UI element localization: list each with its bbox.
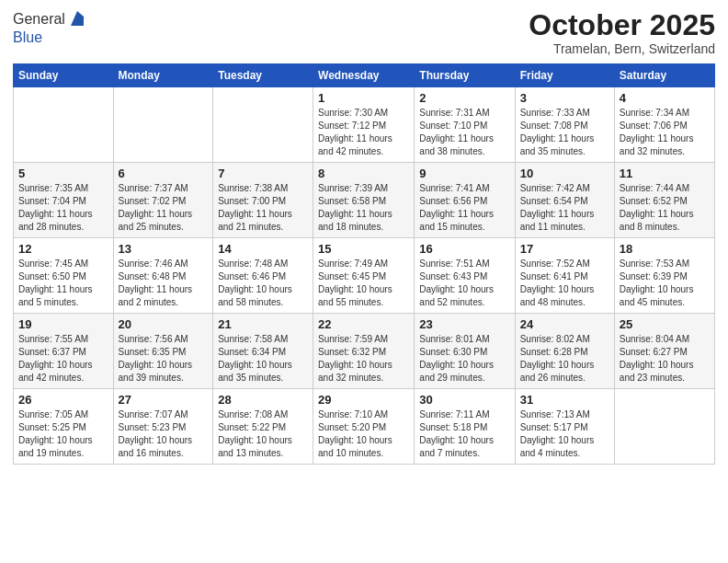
- day-info: Sunrise: 7:53 AMSunset: 6:39 PMDaylight:…: [620, 259, 694, 307]
- day-number: 12: [18, 242, 108, 256]
- calendar-cell: 7 Sunrise: 7:38 AMSunset: 7:00 PMDayligh…: [213, 163, 313, 238]
- logo: General Blue: [13, 9, 87, 46]
- page-container: General Blue October 2025 Tramelan, Bern…: [0, 0, 728, 474]
- day-number: 18: [620, 242, 710, 256]
- day-info: Sunrise: 7:35 AMSunset: 7:04 PMDaylight:…: [18, 183, 93, 232]
- calendar-cell: 13 Sunrise: 7:46 AMSunset: 6:48 PMDaylig…: [113, 238, 213, 314]
- calendar-cell: 27 Sunrise: 7:07 AMSunset: 5:23 PMDaylig…: [113, 389, 213, 465]
- header: General Blue October 2025 Tramelan, Bern…: [13, 9, 715, 56]
- calendar-cell: 14 Sunrise: 7:48 AMSunset: 6:46 PMDaylig…: [213, 238, 313, 314]
- calendar-cell: 8 Sunrise: 7:39 AMSunset: 6:58 PMDayligh…: [313, 163, 415, 238]
- calendar-cell: 12 Sunrise: 7:45 AMSunset: 6:50 PMDaylig…: [14, 238, 114, 314]
- calendar-cell: 5 Sunrise: 7:35 AMSunset: 7:04 PMDayligh…: [14, 163, 114, 238]
- logo-general-text: General: [13, 11, 65, 28]
- calendar-cell: [213, 87, 313, 163]
- day-info: Sunrise: 7:42 AMSunset: 6:54 PMDaylight:…: [520, 183, 595, 232]
- calendar-cell: 28 Sunrise: 7:08 AMSunset: 5:22 PMDaylig…: [213, 389, 313, 465]
- header-saturday: Saturday: [614, 64, 714, 87]
- day-info: Sunrise: 8:02 AMSunset: 6:28 PMDaylight:…: [520, 334, 595, 383]
- day-number: 16: [419, 242, 509, 256]
- day-info: Sunrise: 7:38 AMSunset: 7:00 PMDaylight:…: [218, 183, 292, 232]
- day-info: Sunrise: 7:30 AMSunset: 7:12 PMDaylight:…: [318, 108, 392, 156]
- day-info: Sunrise: 7:07 AMSunset: 5:23 PMDaylight:…: [119, 409, 193, 458]
- day-number: 22: [318, 317, 409, 331]
- day-info: Sunrise: 7:10 AMSunset: 5:20 PMDaylight:…: [318, 409, 392, 458]
- day-number: 8: [318, 167, 409, 180]
- day-info: Sunrise: 7:48 AMSunset: 6:46 PMDaylight:…: [218, 259, 292, 307]
- calendar-cell: 24 Sunrise: 8:02 AMSunset: 6:28 PMDaylig…: [515, 314, 614, 389]
- day-number: 1: [318, 91, 409, 105]
- day-number: 29: [318, 393, 409, 407]
- day-info: Sunrise: 7:59 AMSunset: 6:32 PMDaylight:…: [318, 334, 392, 383]
- calendar-cell: [113, 87, 213, 163]
- day-number: 20: [119, 317, 209, 331]
- calendar-cell: 19 Sunrise: 7:55 AMSunset: 6:37 PMDaylig…: [14, 314, 114, 389]
- day-number: 26: [18, 393, 108, 407]
- day-info: Sunrise: 7:08 AMSunset: 5:22 PMDaylight:…: [218, 409, 292, 458]
- day-number: 17: [520, 242, 609, 256]
- calendar-cell: 15 Sunrise: 7:49 AMSunset: 6:45 PMDaylig…: [313, 238, 415, 314]
- calendar-cell: 16 Sunrise: 7:51 AMSunset: 6:43 PMDaylig…: [415, 238, 515, 314]
- day-number: 11: [620, 167, 710, 180]
- calendar-week-row: 1 Sunrise: 7:30 AMSunset: 7:12 PMDayligh…: [14, 87, 715, 163]
- day-number: 5: [18, 167, 108, 180]
- day-number: 25: [620, 317, 710, 331]
- calendar-cell: 4 Sunrise: 7:34 AMSunset: 7:06 PMDayligh…: [614, 87, 714, 163]
- header-wednesday: Wednesday: [313, 64, 415, 87]
- calendar-cell: 18 Sunrise: 7:53 AMSunset: 6:39 PMDaylig…: [614, 238, 714, 314]
- calendar-cell: 6 Sunrise: 7:37 AMSunset: 7:02 PMDayligh…: [113, 163, 213, 238]
- calendar-cell: 30 Sunrise: 7:11 AMSunset: 5:18 PMDaylig…: [415, 389, 515, 465]
- calendar-cell: 26 Sunrise: 7:05 AMSunset: 5:25 PMDaylig…: [14, 389, 114, 465]
- calendar-cell: 3 Sunrise: 7:33 AMSunset: 7:08 PMDayligh…: [515, 87, 614, 163]
- day-number: 28: [218, 393, 308, 407]
- calendar-cell: 29 Sunrise: 7:10 AMSunset: 5:20 PMDaylig…: [313, 389, 415, 465]
- day-info: Sunrise: 7:51 AMSunset: 6:43 PMDaylight:…: [419, 259, 494, 307]
- day-number: 21: [218, 317, 308, 331]
- day-info: Sunrise: 7:52 AMSunset: 6:41 PMDaylight:…: [520, 259, 595, 307]
- day-number: 7: [218, 167, 308, 180]
- day-number: 4: [620, 91, 710, 105]
- day-number: 9: [419, 167, 509, 180]
- day-info: Sunrise: 8:01 AMSunset: 6:30 PMDaylight:…: [419, 334, 494, 383]
- header-tuesday: Tuesday: [213, 64, 313, 87]
- day-number: 31: [520, 393, 609, 407]
- day-info: Sunrise: 7:34 AMSunset: 7:06 PMDaylight:…: [620, 108, 694, 156]
- calendar-cell: 22 Sunrise: 7:59 AMSunset: 6:32 PMDaylig…: [313, 314, 415, 389]
- calendar-cell: 21 Sunrise: 7:58 AMSunset: 6:34 PMDaylig…: [213, 314, 313, 389]
- header-thursday: Thursday: [415, 64, 515, 87]
- day-info: Sunrise: 7:45 AMSunset: 6:50 PMDaylight:…: [18, 259, 93, 307]
- day-number: 13: [119, 242, 209, 256]
- calendar-week-row: 5 Sunrise: 7:35 AMSunset: 7:04 PMDayligh…: [14, 163, 715, 238]
- logo-icon: [67, 9, 87, 29]
- day-info: Sunrise: 7:41 AMSunset: 6:56 PMDaylight:…: [419, 183, 494, 232]
- calendar-week-row: 12 Sunrise: 7:45 AMSunset: 6:50 PMDaylig…: [14, 238, 715, 314]
- calendar-cell: 2 Sunrise: 7:31 AMSunset: 7:10 PMDayligh…: [415, 87, 515, 163]
- day-number: 24: [520, 317, 609, 331]
- day-number: 3: [520, 91, 609, 105]
- day-number: 6: [119, 167, 209, 180]
- calendar-cell: 10 Sunrise: 7:42 AMSunset: 6:54 PMDaylig…: [515, 163, 614, 238]
- day-info: Sunrise: 7:58 AMSunset: 6:34 PMDaylight:…: [218, 334, 292, 383]
- header-sunday: Sunday: [14, 64, 114, 87]
- calendar-cell: [614, 389, 714, 465]
- header-friday: Friday: [515, 64, 614, 87]
- calendar-week-row: 26 Sunrise: 7:05 AMSunset: 5:25 PMDaylig…: [14, 389, 715, 465]
- calendar-cell: 1 Sunrise: 7:30 AMSunset: 7:12 PMDayligh…: [313, 87, 415, 163]
- weekday-header-row: Sunday Monday Tuesday Wednesday Thursday…: [14, 64, 715, 87]
- day-number: 2: [419, 91, 509, 105]
- calendar-cell: 31 Sunrise: 7:13 AMSunset: 5:17 PMDaylig…: [515, 389, 614, 465]
- day-number: 10: [520, 167, 609, 180]
- calendar-cell: [14, 87, 114, 163]
- day-number: 14: [218, 242, 308, 256]
- title-block: October 2025 Tramelan, Bern, Switzerland: [529, 9, 715, 56]
- day-info: Sunrise: 7:46 AMSunset: 6:48 PMDaylight:…: [119, 259, 193, 307]
- day-info: Sunrise: 7:44 AMSunset: 6:52 PMDaylight:…: [620, 183, 694, 232]
- day-info: Sunrise: 7:11 AMSunset: 5:18 PMDaylight:…: [419, 409, 494, 458]
- day-info: Sunrise: 7:55 AMSunset: 6:37 PMDaylight:…: [18, 334, 93, 383]
- day-number: 19: [18, 317, 108, 331]
- calendar-table: Sunday Monday Tuesday Wednesday Thursday…: [13, 63, 715, 465]
- day-number: 30: [419, 393, 509, 407]
- calendar-cell: 25 Sunrise: 8:04 AMSunset: 6:27 PMDaylig…: [614, 314, 714, 389]
- day-info: Sunrise: 7:56 AMSunset: 6:35 PMDaylight:…: [119, 334, 193, 383]
- day-number: 27: [119, 393, 209, 407]
